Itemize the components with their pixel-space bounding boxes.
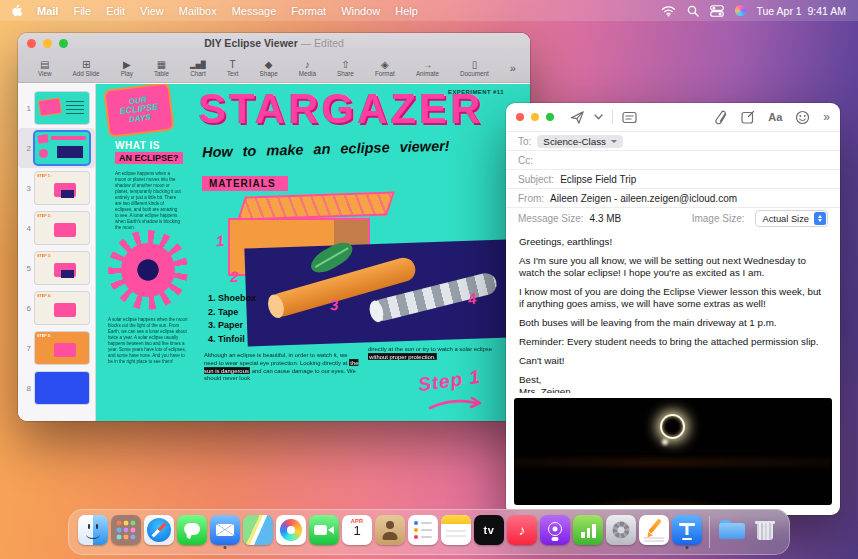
message-body[interactable]: Greetings, earthlings! As I'm sure you a… (506, 229, 840, 393)
dock-music[interactable]: ♪ (507, 515, 537, 549)
solar-eclipse-text[interactable]: A solar eclipse happens when the moon bl… (108, 316, 190, 416)
recipient-token[interactable]: Science-Class (537, 135, 623, 148)
dock-podcasts[interactable] (540, 515, 570, 549)
materials-header[interactable]: MATERIALS (202, 176, 288, 191)
slide-canvas[interactable]: OUR ECLIPSE DAYS EXPERIMENT #11 WHAT IS … (96, 84, 530, 421)
materials-list[interactable]: 1. Shoebox 2. Tape 3. Paper 4. Tinfoil (208, 292, 256, 346)
dock-downloads-folder[interactable] (717, 515, 747, 549)
chart-button[interactable]: ▂▅█Chart (190, 59, 206, 77)
search-icon[interactable] (687, 5, 699, 17)
menu-bar-clock[interactable]: Tue Apr 1 9:41 AM (757, 5, 847, 17)
message-size-value: 4.3 MB (590, 213, 622, 224)
slide-thumbnail-8[interactable]: 8 (18, 368, 95, 408)
menu-item-file[interactable]: File (73, 5, 91, 17)
play-button[interactable]: ▶Play (121, 59, 133, 77)
dock-photos[interactable] (276, 515, 306, 549)
sun-illustration[interactable] (108, 230, 188, 310)
dock-settings[interactable] (606, 515, 636, 549)
header-fields-button[interactable] (622, 111, 638, 124)
what-is-heading[interactable]: WHAT IS (115, 140, 160, 151)
dock-tv[interactable]: tv (474, 515, 504, 549)
menu-item-format[interactable]: Format (291, 5, 326, 17)
add-slide-button[interactable]: ⊞Add Slide (73, 59, 100, 77)
dock-pages[interactable] (639, 515, 669, 549)
dock-numbers[interactable] (573, 515, 603, 549)
mail-compose-window: Aa » To: Science-Class Cc: Subject: Ecli… (506, 103, 840, 515)
zoom-button[interactable] (59, 39, 68, 48)
slide-thumbnail-6[interactable]: 6 STEP 4: (18, 288, 95, 328)
view-button[interactable]: ▤View (38, 59, 52, 77)
menu-item-view[interactable]: View (140, 5, 164, 17)
slide-title[interactable]: STARGAZER (198, 85, 483, 133)
menu-item-edit[interactable]: Edit (106, 5, 125, 17)
menu-item-help[interactable]: Help (395, 5, 418, 17)
shape-button[interactable]: ◆Shape (260, 59, 278, 77)
dock-maps[interactable] (243, 515, 273, 549)
markup-button[interactable] (741, 110, 755, 124)
slide-subtitle[interactable]: How to make an eclipse viewer! (202, 138, 450, 160)
toolbar-overflow-chevron-icon[interactable]: » (823, 110, 830, 124)
dock-launchpad[interactable] (111, 515, 141, 549)
share-button[interactable]: ⇧Share (337, 59, 354, 77)
wifi-icon[interactable] (661, 5, 676, 17)
media-icon: ♪ (305, 59, 310, 70)
format-button[interactable]: ◈Format (375, 59, 395, 77)
subject-field[interactable]: Subject: Eclipse Field Trip (506, 169, 840, 188)
apple-menu[interactable] (12, 4, 24, 18)
close-button[interactable] (27, 39, 36, 48)
mail-toolbar[interactable]: Aa » (506, 103, 840, 131)
menu-item-window[interactable]: Window (341, 5, 380, 17)
slide-thumbnail-1[interactable]: 1 (18, 88, 95, 128)
image-size-popup[interactable]: Actual Size (755, 210, 828, 227)
menu-item-mailbox[interactable]: Mailbox (179, 5, 217, 17)
format-text-button[interactable]: Aa (768, 111, 782, 123)
document-button[interactable]: ▯Document (460, 59, 489, 77)
animate-button[interactable]: →Animate (416, 59, 439, 77)
dock-reminders[interactable] (408, 515, 438, 549)
control-center-icon[interactable] (710, 5, 724, 17)
minimize-button[interactable] (531, 113, 539, 121)
cc-field[interactable]: Cc: (506, 150, 840, 169)
slide-thumbnail-3[interactable]: 3 STEP 1: (18, 168, 95, 208)
eclipse-photo-attachment[interactable] (514, 398, 832, 505)
dock-messages[interactable] (177, 515, 207, 549)
media-button[interactable]: ♪Media (299, 59, 316, 77)
send-options-chevron-icon[interactable] (594, 114, 603, 120)
emoji-button[interactable] (795, 110, 810, 125)
minimize-button[interactable] (43, 39, 52, 48)
an-eclipse-heading[interactable]: AN ECLIPSE? (115, 152, 183, 164)
keynote-toolbar: ▤View ⊞Add Slide ▶Play ▦Table ▂▅█Chart T… (18, 53, 530, 83)
body-paragraph: Reminder: Every student needs to bring t… (519, 336, 827, 348)
slide-thumbnail-5[interactable]: 5 STEP 3: (18, 248, 95, 288)
dock-calendar[interactable]: APR1 (342, 515, 372, 549)
dock-facetime[interactable] (309, 515, 339, 549)
to-field[interactable]: To: Science-Class (506, 131, 840, 150)
attach-button[interactable] (715, 110, 728, 125)
dock-keynote[interactable] (672, 515, 702, 549)
dock-mail[interactable] (210, 515, 240, 549)
dock-trash[interactable] (750, 515, 780, 549)
close-button[interactable] (516, 113, 524, 121)
dock-finder[interactable] (78, 515, 108, 549)
format-icon: ◈ (381, 59, 389, 70)
dock-notes[interactable] (441, 515, 471, 549)
slide-sticker[interactable]: OUR ECLIPSE DAYS (103, 84, 174, 138)
dock-contacts[interactable] (375, 515, 405, 549)
share-icon: ⇧ (341, 59, 349, 70)
dock-safari[interactable] (144, 515, 174, 549)
slide-thumbnail-4[interactable]: 4 STEP 2: (18, 208, 95, 248)
send-button[interactable] (570, 110, 585, 125)
toolbar-overflow-chevron-icon[interactable]: » (510, 62, 516, 74)
slide-thumbnail-2-selected[interactable]: 2 (18, 128, 95, 168)
text-button[interactable]: TText (227, 59, 239, 77)
slide-thumbnail-7[interactable]: 7 STEP 5: (18, 328, 95, 368)
menu-item-message[interactable]: Message (232, 5, 277, 17)
zoom-button[interactable] (546, 113, 554, 121)
from-field[interactable]: From: Aileen Zeigen - aileen.zeigen@iclo… (506, 188, 840, 207)
keynote-titlebar[interactable]: DIY Eclipse Viewer — Edited (18, 33, 530, 53)
animate-icon: → (422, 59, 432, 70)
table-button[interactable]: ▦Table (154, 59, 169, 77)
siri-icon[interactable] (735, 5, 746, 16)
menu-item-mail[interactable]: Mail (37, 5, 58, 17)
safety-text-left[interactable]: Although an eclipse is beautiful, in ord… (204, 351, 362, 415)
